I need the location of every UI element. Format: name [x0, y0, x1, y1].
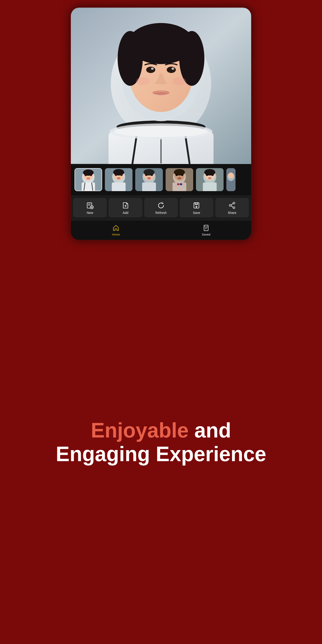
svg-point-54: [176, 174, 178, 176]
nav-saved[interactable]: Saved: [161, 220, 251, 240]
svg-point-30: [86, 177, 90, 180]
svg-point-56: [178, 177, 181, 180]
svg-point-83: [229, 204, 231, 206]
save-label: Save: [193, 211, 200, 214]
svg-point-63: [204, 169, 215, 176]
svg-point-48: [147, 177, 151, 180]
thumbnail-strip: [71, 164, 251, 195]
svg-point-53: [174, 169, 185, 176]
svg-point-84: [233, 207, 235, 208]
svg-point-66: [208, 177, 212, 180]
thumbnail-3[interactable]: [135, 168, 163, 191]
svg-point-47: [151, 174, 153, 176]
svg-point-27: [83, 170, 94, 176]
share-button[interactable]: Share: [215, 198, 249, 217]
save-button[interactable]: Save: [180, 198, 213, 217]
svg-rect-57: [172, 182, 186, 191]
main-image-area: [71, 8, 251, 164]
svg-point-18: [151, 68, 154, 70]
svg-point-70: [228, 172, 234, 178]
svg-rect-31: [82, 182, 95, 191]
svg-point-20: [136, 77, 150, 85]
thumbnail-5[interactable]: [196, 168, 224, 191]
svg-point-65: [211, 174, 214, 176]
svg-point-21: [172, 77, 186, 85]
svg-rect-58: [177, 183, 180, 185]
hero-section: Enjoyable and Engaging Experience: [42, 240, 280, 644]
svg-rect-41: [112, 182, 126, 191]
svg-point-16: [146, 67, 155, 73]
svg-point-28: [85, 174, 87, 176]
svg-line-85: [231, 204, 233, 205]
bottom-nav: Home Saved: [71, 220, 251, 240]
svg-point-19: [172, 68, 174, 70]
svg-point-45: [144, 169, 154, 176]
svg-point-39: [120, 174, 122, 176]
svg-rect-67: [203, 182, 217, 191]
svg-point-23: [114, 126, 208, 137]
svg-point-82: [233, 202, 235, 204]
thumbnail-4[interactable]: [166, 168, 193, 191]
svg-rect-49: [142, 182, 156, 191]
add-button[interactable]: Add: [108, 198, 142, 217]
nav-home[interactable]: Home: [71, 220, 161, 240]
thumbnail-partial[interactable]: [226, 168, 236, 191]
hero-highlight: Enjoyable: [91, 419, 188, 442]
svg-point-46: [145, 174, 148, 176]
hero-line2: Engaging Experience: [56, 442, 266, 466]
refresh-label: Refresh: [156, 211, 167, 214]
svg-point-64: [206, 174, 208, 176]
svg-point-29: [90, 174, 92, 176]
svg-point-14: [118, 31, 142, 86]
svg-point-15: [179, 31, 204, 86]
svg-line-86: [231, 206, 233, 207]
toolbar: New Add Refresh: [71, 195, 251, 220]
share-label: Share: [228, 211, 236, 214]
svg-point-40: [117, 177, 120, 180]
svg-point-55: [181, 174, 183, 176]
svg-point-37: [113, 169, 124, 176]
nav-saved-label: Saved: [202, 233, 210, 236]
thumbnail-2[interactable]: [105, 168, 132, 191]
phone-mockup: New Add Refresh: [70, 7, 252, 240]
refresh-button[interactable]: Refresh: [144, 198, 178, 217]
new-label: New: [87, 211, 93, 214]
nav-home-label: Home: [112, 233, 120, 236]
thumbnail-1[interactable]: [74, 168, 102, 191]
hero-title: Enjoyable and Engaging Experience: [56, 418, 266, 466]
add-label: Add: [122, 211, 128, 214]
svg-point-17: [167, 67, 176, 73]
svg-rect-59: [180, 183, 182, 185]
svg-point-38: [115, 174, 117, 176]
new-button[interactable]: New: [73, 198, 107, 217]
